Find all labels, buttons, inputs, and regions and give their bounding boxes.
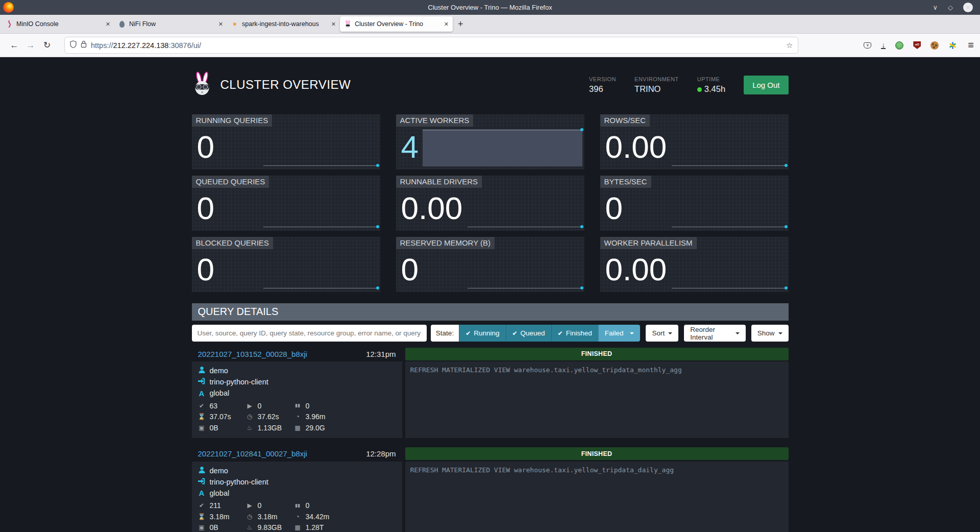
stat-tile: RESERVED MEMORY (B) 0 — [396, 237, 584, 292]
trino-bunny-icon — [344, 20, 351, 28]
wall-time-icon: ◷ — [246, 414, 254, 420]
query-user: demo — [210, 367, 228, 375]
state-filter-queued[interactable]: ✔ Queued — [506, 325, 551, 342]
state-filter-finished[interactable]: ✔ Finished — [551, 325, 598, 342]
state-filter-running[interactable]: ✔ Running — [459, 325, 505, 342]
sparkline-area-chart — [423, 130, 582, 166]
query-time: 12:31pm — [366, 350, 396, 358]
tab-spark-notebook[interactable]: ✶ spark-ingest-into-warehous ✕ — [227, 16, 340, 32]
tab-nifi-flow[interactable]: NiFi Flow ✕ — [114, 16, 227, 32]
sparkline-chart — [672, 227, 787, 227]
shield-icon[interactable] — [70, 40, 77, 50]
query-id-link[interactable]: 20221027_102841_00027_b8xji — [198, 449, 307, 458]
new-tab-button[interactable]: + — [458, 19, 463, 30]
query-stat: ◔3.96m — [294, 412, 396, 423]
query-search-input[interactable] — [192, 325, 427, 342]
bookmark-star-icon[interactable]: ☆ — [786, 41, 793, 50]
tab-close-icon[interactable]: ✕ — [106, 21, 110, 28]
query-stat: ◷3.18m — [246, 511, 294, 522]
window-close-icon[interactable]: ✕ — [963, 3, 973, 12]
query-stat-value: 9.83GB — [258, 523, 282, 531]
cumulative-memory-icon: ▦ — [294, 524, 302, 530]
reload-icon[interactable]: ↻ — [39, 40, 55, 51]
query-stat-value: 37.62s — [258, 413, 279, 421]
stat-tiles-grid: RUNNING QUERIES 0 ACTIVE WORKERS 4 ROWS/… — [192, 114, 789, 292]
downloads-icon[interactable]: ↓ — [881, 42, 886, 49]
cookie-extension-icon[interactable] — [930, 41, 939, 50]
stat-tile-label: ROWS/SEC — [600, 114, 650, 127]
query-stat-value: 211 — [210, 501, 221, 510]
query-id-link[interactable]: 20221027_103152_00028_b8xji — [198, 350, 307, 358]
query-row: 20221027_103152_00028_b8xji 12:31pm FINI… — [192, 346, 789, 438]
state-filter-failed-dropdown[interactable]: Failed — [598, 325, 641, 342]
query-text: REFRESH MATERIALIZED VIEW warehouse.taxi… — [410, 466, 674, 474]
query-resource-group: global — [210, 389, 230, 397]
query-stat: ♨9.83GB — [246, 522, 294, 532]
uptime-status-dot — [697, 87, 702, 92]
stat-tile-value: 0.00 — [401, 192, 463, 224]
logout-button[interactable]: Log Out — [744, 76, 788, 94]
query-stat-value: 1.13GB — [258, 424, 282, 432]
url-bar[interactable]: https://212.227.224.138:30876/ui/ ☆ — [64, 37, 798, 54]
maximize-icon[interactable]: ◇ — [948, 4, 953, 11]
query-text: REFRESH MATERIALIZED VIEW warehouse.taxi… — [410, 366, 682, 374]
query-status-badge: FINISHED — [405, 348, 789, 360]
stat-tile-label: RUNNABLE DRIVERS — [396, 176, 482, 188]
version-value: 396 — [589, 84, 616, 94]
reorder-interval-dropdown[interactable]: Reorder Interval — [684, 325, 745, 342]
query-snippet-panel: REFRESH MATERIALIZED VIEW warehouse.taxi… — [405, 462, 789, 532]
tab-close-icon[interactable]: ✕ — [444, 21, 449, 28]
stat-tile-value: 0 — [401, 253, 419, 285]
query-stat-value: 63 — [210, 402, 218, 410]
colorful-asterisk-extension-icon[interactable] — [948, 41, 957, 50]
cpu-time-icon: ◔ — [294, 514, 302, 520]
cpu-time-icon: ◔ — [294, 414, 302, 420]
query-stat: ▦1.28T — [294, 522, 396, 532]
peak-memory-icon: ♨ — [246, 524, 254, 530]
tab-close-icon[interactable]: ✕ — [331, 21, 336, 28]
lock-icon[interactable] — [81, 40, 87, 50]
navigation-toolbar: ← → ↻ https://212.227.224.138:30876/ui/ … — [0, 34, 980, 57]
query-stat-value: 0 — [258, 402, 262, 410]
query-stat-value: 37.07s — [210, 413, 231, 421]
query-stat-value: 0 — [306, 501, 310, 510]
tab-close-icon[interactable]: ✕ — [218, 21, 223, 28]
chevron-down-icon — [630, 332, 634, 334]
peak-memory-icon: ♨ — [246, 425, 254, 431]
window-titlebar: Cluster Overview - Trino — Mozilla Firef… — [0, 0, 980, 15]
privacy-extension-icon[interactable] — [895, 41, 903, 50]
back-icon[interactable]: ← — [6, 40, 22, 51]
query-stats: ✔63▶0▮▮0⌛37.07s◷37.62s◔3.96m▣0B♨1.13GB▦2… — [198, 400, 396, 433]
tab-cluster-overview[interactable]: Cluster Overview - Trino ✕ — [340, 16, 453, 32]
stat-tile-value: 0 — [197, 131, 214, 163]
minimize-icon[interactable]: ∨ — [933, 4, 938, 11]
trino-page: CLUSTER OVERVIEW VERSION 396 ENVIRONMENT… — [0, 57, 980, 532]
stat-tile: RUNNING QUERIES 0 — [192, 114, 380, 170]
query-stat-value: 3.18m — [210, 513, 230, 521]
show-dropdown[interactable]: Show — [751, 325, 789, 342]
forward-icon[interactable]: → — [22, 40, 39, 51]
extension-icons: ∨ ↓ uO — [864, 41, 960, 50]
environment-info: ENVIRONMENT TRINO — [634, 76, 679, 94]
query-stat: ◔34.42m — [294, 511, 396, 522]
query-meta: demo trino-python-client A global ✔63▶0▮… — [192, 361, 402, 438]
sparkline-chart — [468, 227, 582, 227]
ublock-origin-icon[interactable]: uO — [913, 41, 921, 49]
query-stat: ▶0 — [246, 500, 294, 512]
menu-icon[interactable]: ≡ — [968, 39, 974, 51]
sparkline-chart — [263, 288, 378, 288]
tab-minio-console[interactable]: MinIO Console ✕ — [2, 16, 114, 32]
stat-tile-value: 0.00 — [605, 253, 667, 285]
source-login-icon — [198, 477, 206, 487]
query-source: trino-python-client — [210, 478, 268, 486]
stat-tile: RUNNABLE DRIVERS 0.00 — [396, 176, 584, 231]
query-stat: ▮▮0 — [294, 500, 396, 512]
query-stat-value: 29.0G — [306, 424, 325, 432]
resource-group-icon: A — [198, 389, 206, 398]
query-list: 20221027_103152_00028_b8xji 12:31pm FINI… — [192, 346, 789, 532]
pocket-icon[interactable]: ∨ — [864, 42, 871, 49]
query-details-header: QUERY DETAILS — [192, 303, 789, 321]
sort-dropdown[interactable]: Sort — [646, 325, 678, 342]
completed-splits-icon: ✔ — [198, 502, 206, 509]
query-stat: ✔211 — [198, 500, 246, 512]
